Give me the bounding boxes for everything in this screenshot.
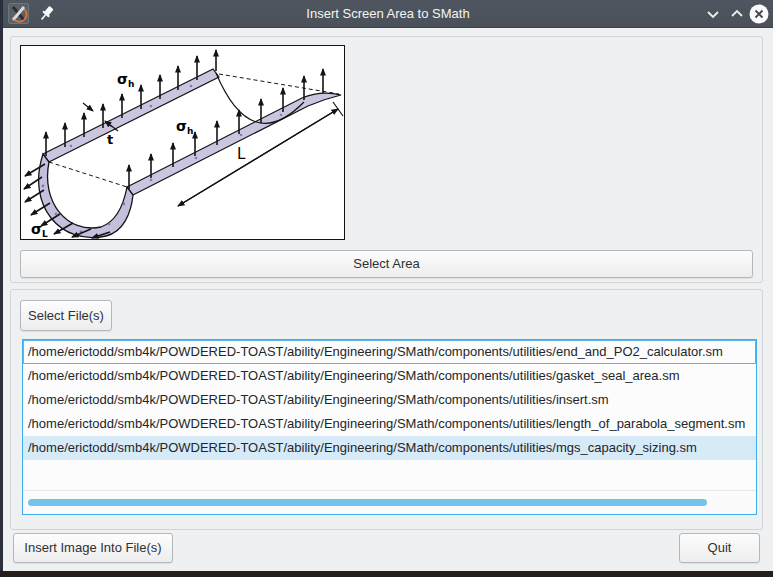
desktop-edge-bottom bbox=[0, 571, 773, 577]
file-list-item[interactable]: /home/erictodd/smb4k/POWDERED-TOAST/abil… bbox=[23, 388, 756, 412]
sigma-h-far-label: σh bbox=[117, 71, 134, 89]
chevron-up-icon bbox=[725, 0, 749, 28]
file-list-item[interactable]: /home/erictodd/smb4k/POWDERED-TOAST/abil… bbox=[23, 436, 756, 460]
chevron-down-icon bbox=[701, 0, 725, 28]
select-files-button[interactable]: Select File(s) bbox=[20, 300, 112, 331]
file-list[interactable]: /home/erictodd/smb4k/POWDERED-TOAST/abil… bbox=[22, 339, 757, 515]
close-button[interactable] bbox=[747, 0, 771, 28]
file-list-item[interactable]: /home/erictodd/smb4k/POWDERED-TOAST/abil… bbox=[23, 364, 756, 388]
file-list-item[interactable]: /home/erictodd/smb4k/POWDERED-TOAST/abil… bbox=[23, 412, 756, 436]
window-title: Insert Screen Area to SMath bbox=[3, 0, 773, 28]
thickness-label: t bbox=[107, 132, 113, 147]
minimize-button[interactable] bbox=[701, 0, 725, 28]
maximize-button[interactable] bbox=[725, 0, 749, 28]
length-label: L bbox=[237, 145, 246, 163]
scrollbar-thumb[interactable] bbox=[28, 499, 707, 506]
select-area-button[interactable]: Select Area bbox=[20, 250, 753, 278]
titlebar[interactable]: Insert Screen Area to SMath bbox=[3, 0, 773, 28]
half-pipe-stress-diagram: σh σh σL t L bbox=[21, 46, 344, 239]
sigma-h-near-label: σh bbox=[176, 118, 193, 136]
quit-button[interactable]: Quit bbox=[679, 533, 760, 563]
insert-image-button[interactable]: Insert Image Into File(s) bbox=[13, 533, 173, 563]
screen-area-preview-image: σh σh σL t L bbox=[20, 45, 345, 240]
insert-screen-area-window: { "titlebar": { "title": "Insert Screen … bbox=[0, 0, 773, 577]
circle-x-icon bbox=[747, 0, 771, 28]
file-list-item[interactable]: /home/erictodd/smb4k/POWDERED-TOAST/abil… bbox=[23, 340, 756, 364]
horizontal-scrollbar[interactable] bbox=[23, 490, 756, 514]
desktop-edge-left bbox=[0, 0, 3, 577]
